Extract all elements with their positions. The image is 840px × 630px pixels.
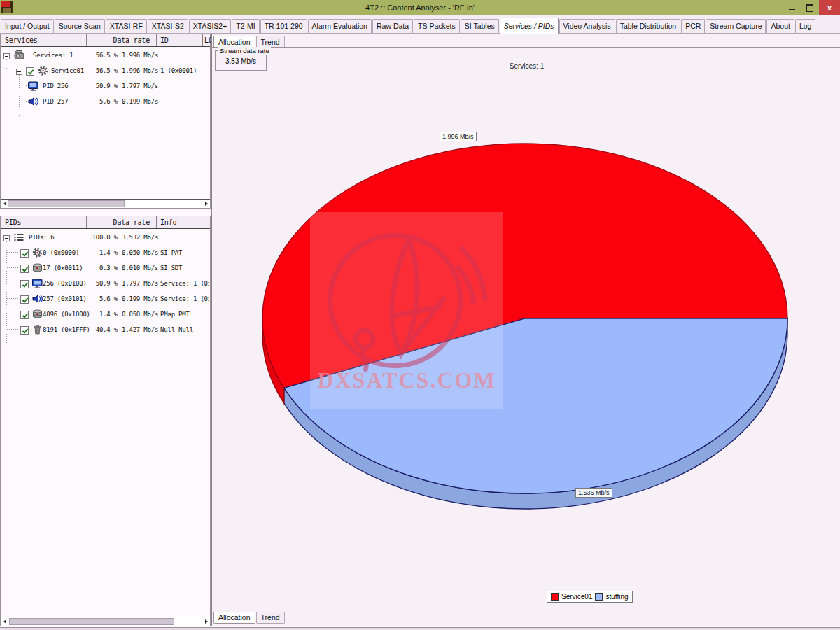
tab-input-output[interactable]: Input / Output bbox=[1, 19, 54, 33]
column-divider[interactable] bbox=[86, 216, 87, 228]
tab-pcr[interactable]: PCR bbox=[681, 19, 705, 33]
expand-collapse-box[interactable] bbox=[4, 235, 10, 241]
expand-collapse-box[interactable] bbox=[4, 53, 10, 59]
row-info: PMap PMT bbox=[160, 311, 209, 318]
legend-label-stuffing: stuffing bbox=[606, 593, 628, 601]
row-label: PID 257 bbox=[43, 98, 69, 105]
row-checkbox[interactable] bbox=[20, 249, 29, 258]
row-checkbox[interactable] bbox=[20, 265, 29, 273]
row-percent: 56.5 % bbox=[78, 52, 118, 59]
chart-tab-trend[interactable]: Trend bbox=[256, 36, 285, 48]
scroll-right-arrow[interactable] bbox=[203, 618, 209, 625]
scroll-right-arrow[interactable] bbox=[203, 200, 209, 207]
tree-row-pid-257[interactable]: PID 2575.6 %0.199 Mb/s bbox=[1, 95, 210, 108]
tab-ts-packets[interactable]: TS Packets bbox=[414, 19, 460, 33]
row-checkbox[interactable] bbox=[20, 326, 29, 335]
chart-tab-trend[interactable]: Trend bbox=[256, 612, 285, 624]
tab-xtasis2[interactable]: XTASIS2+ bbox=[189, 19, 232, 33]
column-divider[interactable] bbox=[156, 216, 157, 228]
scrollbar-thumb[interactable] bbox=[8, 200, 125, 207]
tab-stream-capture[interactable]: Stream Capture bbox=[706, 19, 766, 33]
tab-tr-101-290[interactable]: TR 101 290 bbox=[260, 19, 307, 33]
restore-button[interactable] bbox=[801, 0, 819, 15]
tree-row-pid-256[interactable]: PID 25650.9 %1.797 Mb/s bbox=[1, 80, 210, 92]
column-divider[interactable] bbox=[202, 34, 203, 46]
column-header-pids[interactable]: PIDs bbox=[5, 218, 21, 226]
column-header-id[interactable]: ID bbox=[160, 36, 169, 44]
tree-connector bbox=[7, 314, 20, 314]
column-divider[interactable] bbox=[156, 34, 157, 46]
expand-collapse-box[interactable] bbox=[16, 69, 22, 75]
tab-xtasi-rf[interactable]: XTASI-RF bbox=[106, 19, 147, 33]
column-header-data-rate[interactable]: Data rate bbox=[113, 218, 150, 226]
row-data-rate: 1.427 Mb/s bbox=[122, 326, 158, 333]
horizontal-scrollbar[interactable] bbox=[1, 617, 210, 626]
row-checkbox[interactable] bbox=[20, 295, 29, 304]
row-label: 17 (0x0011) bbox=[43, 265, 83, 272]
monitor-icon bbox=[31, 278, 43, 289]
monitor-icon bbox=[27, 80, 39, 92]
chart-tab-strip-top: AllocationTrend bbox=[214, 34, 286, 48]
scroll-left-arrow[interactable] bbox=[1, 618, 8, 625]
chart-tab-allocation[interactable]: Allocation bbox=[214, 612, 255, 624]
tab-table-distribution[interactable]: Table Distribution bbox=[616, 19, 681, 33]
watermark-text: DXSATCS.COM bbox=[317, 368, 496, 393]
column-header-row: PIDsData rateInfo bbox=[1, 216, 210, 229]
tree-row-256-0x0100[interactable]: 256 (0x0100)50.9 %1.797 Mb/sService: 1 (… bbox=[1, 277, 210, 290]
tree-row-service01[interactable]: Service0156.5 %1.996 Mb/s1 (0x0001) bbox=[1, 64, 210, 77]
tab-services-pids[interactable]: Services / PIDs bbox=[500, 18, 559, 34]
row-checkbox[interactable] bbox=[20, 280, 29, 288]
tree-row-17-0x0011[interactable]: 17 (0x0011)0.3 %0.010 Mb/sSI SDT bbox=[1, 262, 210, 274]
row-data-rate: 1.797 Mb/s bbox=[122, 280, 158, 287]
tab-log[interactable]: Log bbox=[795, 19, 816, 33]
scrollbar-thumb[interactable] bbox=[9, 618, 174, 625]
tab-about[interactable]: About bbox=[766, 19, 794, 33]
scroll-left-arrow[interactable] bbox=[1, 200, 8, 207]
tree-row-257-0x0101[interactable]: 257 (0x0101)5.6 %0.199 Mb/sService: 1 (0… bbox=[1, 293, 210, 305]
chart-tab-allocation[interactable]: Allocation bbox=[214, 36, 255, 48]
services-panel: ServicesData rateIDLCServices: 156.5 %1.… bbox=[0, 34, 211, 209]
server-icon bbox=[31, 262, 43, 274]
tree-row-8191-0x1fff[interactable]: 8191 (0x1FFF)40.4 %1.427 Mb/sNull Null bbox=[1, 323, 210, 336]
pids-panel: PIDsData rateInfoPIDs: 6100.0 %3.532 Mb/… bbox=[0, 216, 211, 626]
row-percent: 50.9 % bbox=[78, 83, 118, 90]
tree-connector bbox=[7, 252, 20, 253]
row-percent: 0.3 % bbox=[78, 265, 118, 272]
window-bottom-edge bbox=[0, 627, 840, 630]
chart-tab-strip-bottom: AllocationTrend bbox=[214, 610, 286, 624]
tab-raw-data[interactable]: Raw Data bbox=[372, 19, 413, 33]
tree-row-0-0x0000[interactable]: 0 (0x0000)1.4 %0.050 Mb/sSI PAT bbox=[1, 246, 210, 259]
pie-chart bbox=[211, 47, 840, 607]
pie-label-service01: 1.996 Mb/s bbox=[440, 132, 477, 141]
row-percent: 56.5 % bbox=[78, 67, 118, 74]
row-checkbox[interactable] bbox=[26, 67, 34, 76]
column-divider[interactable] bbox=[86, 34, 87, 46]
tab-alarm-evaluation[interactable]: Alarm Evaluation bbox=[308, 19, 372, 33]
row-data-rate: 0.050 Mb/s bbox=[122, 311, 158, 318]
tree-row-pids-6[interactable]: PIDs: 6100.0 %3.532 Mb/s bbox=[1, 231, 210, 244]
tree-connector bbox=[20, 85, 27, 86]
tab-t2-mi[interactable]: T2-MI bbox=[232, 19, 259, 33]
row-label: Services: 1 bbox=[33, 52, 73, 59]
tree-row-services-1[interactable]: Services: 156.5 %1.996 Mb/s bbox=[1, 49, 210, 62]
tab-video-analysis[interactable]: Video Analysis bbox=[559, 19, 615, 33]
minimize-button[interactable] bbox=[783, 0, 801, 15]
close-button[interactable]: x bbox=[819, 0, 840, 15]
tab-xtasi-s2[interactable]: XTASI-S2 bbox=[148, 19, 188, 33]
row-data-rate: 0.199 Mb/s bbox=[122, 295, 158, 302]
legend-label-service01: Service01 bbox=[561, 593, 592, 601]
row-label: PIDs: 6 bbox=[29, 234, 55, 241]
tree-row-4096-0x1000[interactable]: 4096 (0x1000)1.4 %0.050 Mb/sPMap PMT bbox=[1, 308, 210, 321]
tab-source-scan[interactable]: Source Scan bbox=[55, 19, 105, 33]
row-info: SI PAT bbox=[160, 249, 209, 256]
tree-connector bbox=[19, 75, 20, 116]
horizontal-scrollbar[interactable] bbox=[1, 199, 210, 208]
column-header-info[interactable]: Info bbox=[160, 218, 176, 226]
column-header-services[interactable]: Services bbox=[5, 36, 38, 44]
row-checkbox[interactable] bbox=[20, 311, 29, 319]
watermark-logo-icon bbox=[310, 216, 503, 377]
row-data-rate: 1.996 Mb/s bbox=[122, 67, 158, 74]
pie-label-stuffing: 1.536 Mb/s bbox=[575, 488, 612, 498]
tab-si-tables[interactable]: SI Tables bbox=[461, 19, 499, 33]
column-header-data-rate[interactable]: Data rate bbox=[113, 36, 150, 44]
